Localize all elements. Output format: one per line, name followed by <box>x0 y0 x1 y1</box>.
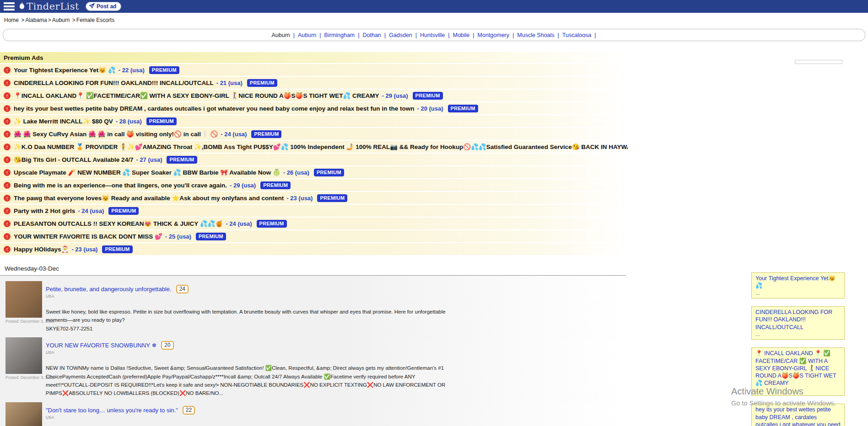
premium-ad-row[interactable]: ↑ 🌺 🌺 Sexy CuRvy Asian 🌺 🌺 in call 🍑 vis… <box>0 128 628 140</box>
breadcrumb-city[interactable]: Auburn <box>52 17 71 23</box>
premium-ad-row[interactable]: ↑ hey its your best wettes petite baby D… <box>0 102 628 114</box>
premium-ad-row[interactable]: ↑ 😘Big Tits Girl - OUTCALL Available 24/… <box>0 154 628 165</box>
bump-up-icon: ↑ <box>4 156 11 163</box>
sidebar-ad-card[interactable]: 📍 INCALL OAKLAND 📍 ✅ FACETIME/CAR ✅ WITH… <box>751 347 845 396</box>
premium-ad-age: - 24 (usa) <box>78 208 104 214</box>
premium-ad-title[interactable]: CINDERELLA LOOKING FOR FUN!!! OAKLAND!!!… <box>14 80 214 86</box>
premium-ad-row[interactable]: ↑ Party with 2 Hot girls - 24 (usa) PREM… <box>0 205 628 217</box>
bump-up-icon: ↑ <box>4 92 11 99</box>
premium-ads-section: Premium Ads ↑ Your Tightest Experience Y… <box>0 52 628 255</box>
bump-up-icon: ↑ <box>4 169 11 176</box>
breadcrumb-category[interactable]: Female Escorts <box>76 17 114 23</box>
listing-title-link[interactable]: "Don't stare too long… unless you're rea… <box>46 407 178 414</box>
premium-ad-row[interactable]: ↑ Upscale Playmate 🧨 NEW NUMBER 💦 Super … <box>0 166 628 178</box>
premium-ad-age: - 27 (usa) <box>136 156 162 163</box>
bump-up-icon: ↑ <box>4 80 11 86</box>
sidebar-ad-card[interactable]: hey its your best wettes petite baby DRE… <box>751 404 845 426</box>
bump-up-icon: ↑ <box>4 246 11 253</box>
bump-up-icon: ↑ <box>4 220 11 227</box>
premium-ad-row[interactable]: ↑ PLEASANTON OUTCALLS !! SEXY KOREAN😻 TH… <box>0 218 628 229</box>
premium-ad-title[interactable]: Party with 2 Hot girls <box>14 208 75 214</box>
listing-item[interactable]: Posted: December 3, 2025 "Don't stare to… <box>0 402 626 426</box>
listing-title-link[interactable]: YOUR NEW FAVORITE SNOWBUNNY ❄ <box>46 342 156 349</box>
site-title: TinderList <box>27 1 79 12</box>
city-link-auburn[interactable]: Auburn <box>298 32 316 38</box>
listing-item[interactable]: Posted: December 3, 2025 Petite, brunett… <box>0 281 626 333</box>
sidebar-ad-title[interactable]: CINDERELLA LOOKING FOR FUN!!! OAKLAND!!!… <box>755 309 841 331</box>
listing-title-link[interactable]: Petite, brunette, and dangerously unforg… <box>46 286 172 293</box>
city-link-tuscaloosa[interactable]: Tuscaloosa <box>562 32 591 38</box>
premium-ad-age: - 24 (usa) <box>221 131 247 138</box>
city-link-gadsden[interactable]: Gadsden <box>389 32 412 38</box>
city-separator: | <box>448 32 449 38</box>
date-group-header: Wednesday-03-Dec <box>0 263 626 276</box>
listing-area: Posted: December 3, 2025 Petite, brunett… <box>0 276 626 426</box>
listing-thumbnail[interactable] <box>5 281 42 318</box>
premium-ad-row[interactable]: ↑ Your Tightest Experience Yet😼 💦 - 22 (… <box>0 64 628 76</box>
premium-ad-title[interactable]: Upscale Playmate 🧨 NEW NUMBER 💦 Super So… <box>14 169 280 176</box>
premium-badge: PREMIUM <box>196 233 226 240</box>
flame-icon <box>18 1 26 11</box>
premium-ad-title[interactable]: Being with me is an experience—one that … <box>14 182 227 189</box>
premium-badge: PREMIUM <box>260 181 291 189</box>
listing-country: USA <box>46 350 448 355</box>
premium-ad-title[interactable]: 🌺 🌺 Sexy CuRvy Asian 🌺 🌺 in call 🍑 visit… <box>14 130 218 138</box>
sidebar-ad-title[interactable]: hey its your best wettes petite baby DRE… <box>755 406 841 426</box>
premium-ad-age: - 22 (usa) <box>119 67 145 74</box>
city-link-huntsville[interactable]: Huntsville <box>420 32 445 38</box>
premium-ad-title[interactable]: The pawg that everyone loves😼 Ready and … <box>14 194 284 202</box>
sidebar-ad-card[interactable]: Your Tightest Experience Yet😼 💦 ... <box>751 272 845 298</box>
age-badge: 24 <box>176 285 189 293</box>
city-link-birmingham[interactable]: Birmingham <box>324 32 355 38</box>
paper-plane-icon <box>89 3 95 10</box>
sidebar-ad-card[interactable]: CINDERELLA LOOKING FOR FUN!!! OAKLAND!!!… <box>751 306 845 340</box>
premium-ad-row[interactable]: ↑ 📍INCALL OAKLAND📍 ✅FACETIME/CAR✅ WITH A… <box>0 90 628 101</box>
breadcrumb-home[interactable]: Home <box>4 17 20 23</box>
city-link-dothan[interactable]: Dothan <box>363 32 381 38</box>
premium-ad-row[interactable]: ↑ Being with me is an experience—one tha… <box>0 179 628 191</box>
premium-badge: PREMIUM <box>317 194 347 202</box>
premium-ad-age: - 21 (usa) <box>216 80 243 86</box>
premium-ad-age: - 26 (usa) <box>283 169 309 176</box>
post-ad-button[interactable]: Post ad <box>86 2 121 11</box>
premium-ad-row[interactable]: ↑ YOUR WINTER FAVORITE IS BACK DONT MISS… <box>0 230 628 242</box>
premium-badge: PREMIUM <box>314 169 344 176</box>
premium-ad-title[interactable]: PLEASANTON OUTCALLS !! SEXY KOREAN😻 THIC… <box>14 220 223 227</box>
premium-ad-title[interactable]: hey its your best wettes petite baby DRE… <box>14 105 414 112</box>
premium-ad-title[interactable]: ✨ Lake Merritt INCALL✨ $80 QV <box>14 117 113 125</box>
bump-up-icon: ↑ <box>4 233 11 240</box>
menu-icon[interactable] <box>4 2 15 11</box>
premium-ad-row[interactable]: ↑ Happy HOlidays🎅 - 23 (usa) PREMIUM <box>0 243 628 255</box>
premium-ad-title[interactable]: 😘Big Tits Girl - OUTCALL Available 24/7 <box>14 156 133 163</box>
premium-ad-title[interactable]: ✨K.O Daa NUMBER 🏅 PROVIDER 🧍✨💕AMAZING Th… <box>14 143 628 150</box>
city-link-montgomery[interactable]: Montgomery <box>478 32 509 38</box>
city-link-mobile[interactable]: Mobile <box>453 32 469 38</box>
ad-scrollbar-artifact <box>795 60 842 64</box>
city-link-muscle-shoals[interactable]: Muscle Shoals <box>517 32 554 38</box>
premium-badge: PREMIUM <box>257 220 287 228</box>
bump-up-icon: ↑ <box>4 131 11 138</box>
listing-thumbnail[interactable] <box>5 337 42 374</box>
sidebar-ad-title[interactable]: 📍 INCALL OAKLAND 📍 ✅ FACETIME/CAR ✅ WITH… <box>755 350 841 387</box>
listing-thumbnail[interactable] <box>5 402 42 426</box>
premium-ad-row[interactable]: ↑ The pawg that everyone loves😼 Ready an… <box>0 192 628 204</box>
premium-ad-title[interactable]: Happy HOlidays🎅 <box>14 245 69 253</box>
listing-contact: SKYE702-577-2251 <box>46 325 448 333</box>
top-navigation-bar: TinderList Post ad <box>0 0 868 13</box>
premium-ad-row[interactable]: ↑ ✨ Lake Merritt INCALL✨ $80 QV - 28 (us… <box>0 115 628 127</box>
premium-badge: PREMIUM <box>146 117 177 125</box>
listing-description: NEW IN TOWNMy name is Dallas !Seductive,… <box>46 364 448 398</box>
posted-date: Posted: December 3, 2025 <box>5 319 46 324</box>
breadcrumb-state[interactable]: Alabama <box>25 17 47 23</box>
listing-item[interactable]: Posted: December 3, 2025 YOUR NEW FAVORI… <box>0 337 626 398</box>
premium-badge: PREMIUM <box>102 245 132 253</box>
premium-ad-title[interactable]: YOUR WINTER FAVORITE IS BACK DONT MISS 💕 <box>14 233 162 240</box>
site-logo[interactable]: TinderList <box>18 1 79 12</box>
premium-ad-row[interactable]: ↑ CINDERELLA LOOKING FOR FUN!!! OAKLAND!… <box>0 77 628 89</box>
premium-ad-title[interactable]: 📍INCALL OAKLAND📍 ✅FACETIME/CAR✅ WITH A S… <box>14 92 379 99</box>
sidebar-ad-title[interactable]: Your Tightest Experience Yet😼 💦 <box>755 275 841 290</box>
premium-ad-row[interactable]: ↑ ✨K.O Daa NUMBER 🏅 PROVIDER 🧍✨💕AMAZING … <box>0 141 628 153</box>
premium-ad-title[interactable]: Your Tightest Experience Yet😼 💦 <box>14 66 116 74</box>
city-separator: | <box>473 32 474 38</box>
city-current: Auburn <box>271 32 290 38</box>
